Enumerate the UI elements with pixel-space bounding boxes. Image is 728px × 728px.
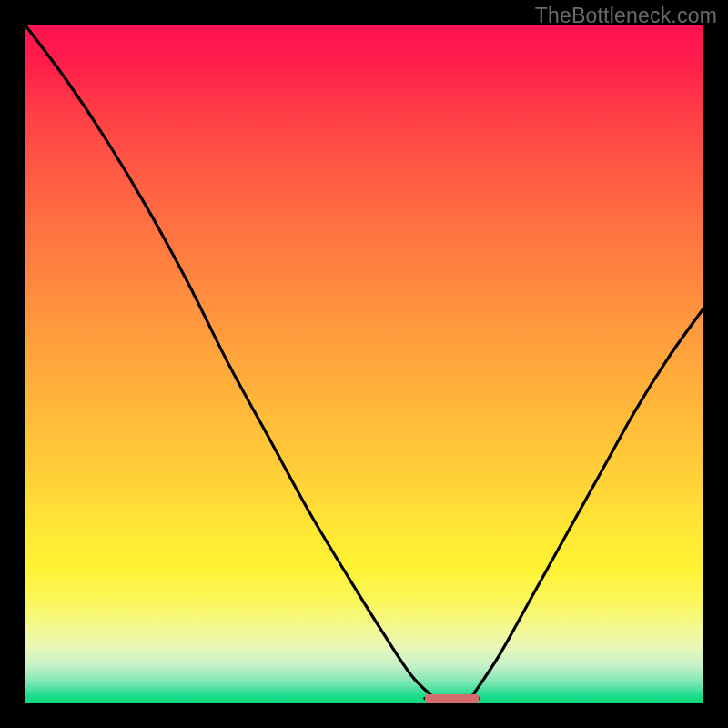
- chart-frame: TheBottleneck.com: [0, 0, 728, 728]
- watermark-text: TheBottleneck.com: [535, 4, 717, 28]
- curve-layer: [25, 25, 703, 703]
- optimal-marker: [425, 694, 480, 703]
- bottleneck-curve: [25, 25, 703, 699]
- plot-area: [25, 25, 703, 703]
